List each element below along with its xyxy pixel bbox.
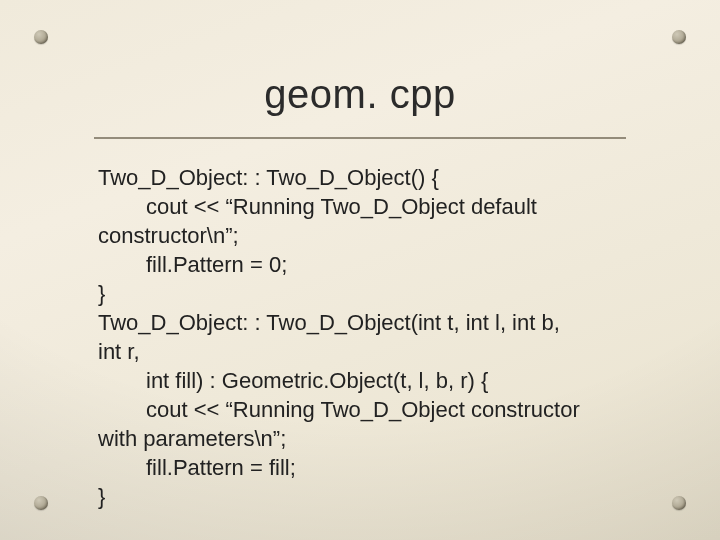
code-line: cout << “Running Two_D_Object default bbox=[98, 192, 622, 221]
code-line: cout << “Running Two_D_Object constructo… bbox=[98, 395, 622, 424]
title-divider bbox=[94, 137, 626, 139]
code-listing: Two_D_Object: : Two_D_Object() { cout <<… bbox=[98, 163, 622, 511]
code-line: constructor\n”; bbox=[98, 223, 239, 248]
code-line: fill.Pattern = 0; bbox=[98, 250, 622, 279]
corner-rivet-icon bbox=[34, 30, 48, 44]
code-line: } bbox=[98, 281, 105, 306]
code-line: fill.Pattern = fill; bbox=[98, 453, 622, 482]
code-line: Two_D_Object: : Two_D_Object(int t, int … bbox=[98, 310, 560, 335]
slide: geom. cpp Two_D_Object: : Two_D_Object()… bbox=[0, 0, 720, 540]
code-line: } bbox=[98, 484, 105, 509]
code-line: int r, bbox=[98, 339, 140, 364]
code-line: with parameters\n”; bbox=[98, 426, 286, 451]
corner-rivet-icon bbox=[34, 496, 48, 510]
corner-rivet-icon bbox=[672, 496, 686, 510]
corner-rivet-icon bbox=[672, 30, 686, 44]
code-line: Two_D_Object: : Two_D_Object() { bbox=[98, 165, 439, 190]
slide-title: geom. cpp bbox=[54, 72, 666, 117]
code-line: int fill) : Geometric.Object(t, l, b, r)… bbox=[98, 366, 622, 395]
